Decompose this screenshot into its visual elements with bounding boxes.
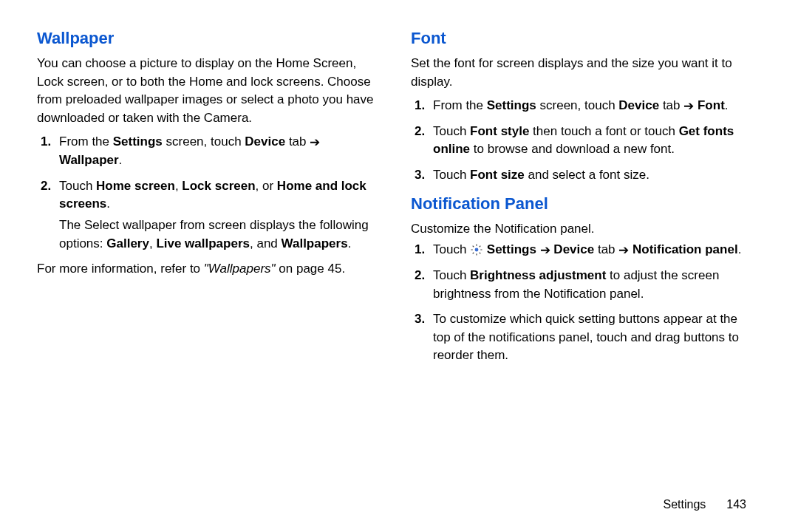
np-step-3: To customize which quick setting buttons… [429,310,755,365]
heading-notification-panel: Notification Panel [411,192,755,216]
heading-wallpaper: Wallpaper [37,27,381,50]
font-step-1: From the Settings screen, touch Device t… [429,97,755,115]
footer-page-number: 143 [726,498,746,511]
gear-icon [470,243,483,256]
column-left: Wallpaper You can choose a picture to di… [37,27,381,372]
arrow-icon: ➔ [683,98,694,116]
wallpaper-step-1: From the Settings screen, touch Device t… [55,133,381,169]
wallpaper-step-2: Touch Home screen, Lock screen, or Home … [55,177,381,253]
font-step-3: Touch Font size and select a font size. [429,166,755,185]
np-step-2: Touch Brightness adjustment to adjust th… [429,267,755,303]
np-step-1: Touch Settings ➔ Device tab ➔ Notificati… [429,241,755,259]
heading-font: Font [411,27,755,50]
footer-section: Settings [663,498,706,511]
svg-point-0 [475,248,479,251]
np-intro: Customize the Notification panel. [411,220,755,239]
arrow-icon: ➔ [310,134,320,152]
np-steps: Touch Settings ➔ Device tab ➔ Notificati… [424,241,755,365]
font-step-2: Touch Font style then touch a font or to… [429,123,755,159]
page-footer: Settings143 [663,496,746,513]
wallpaper-intro: You can choose a picture to display on t… [37,55,381,128]
arrow-icon: ➔ [618,242,629,260]
font-steps: From the Settings screen, touch Device t… [424,97,755,185]
wallpaper-steps: From the Settings screen, touch Device t… [50,133,381,253]
wallpaper-step-2-sub: The Select wallpaper from screen display… [59,216,381,253]
wallpaper-reference: For more information, refer to "Wallpape… [37,260,381,279]
manual-page: Wallpaper You can choose a picture to di… [0,0,798,395]
column-right: Font Set the font for screen displays an… [411,27,755,372]
arrow-icon: ➔ [540,242,550,260]
font-intro: Set the font for screen displays and the… [411,55,755,91]
